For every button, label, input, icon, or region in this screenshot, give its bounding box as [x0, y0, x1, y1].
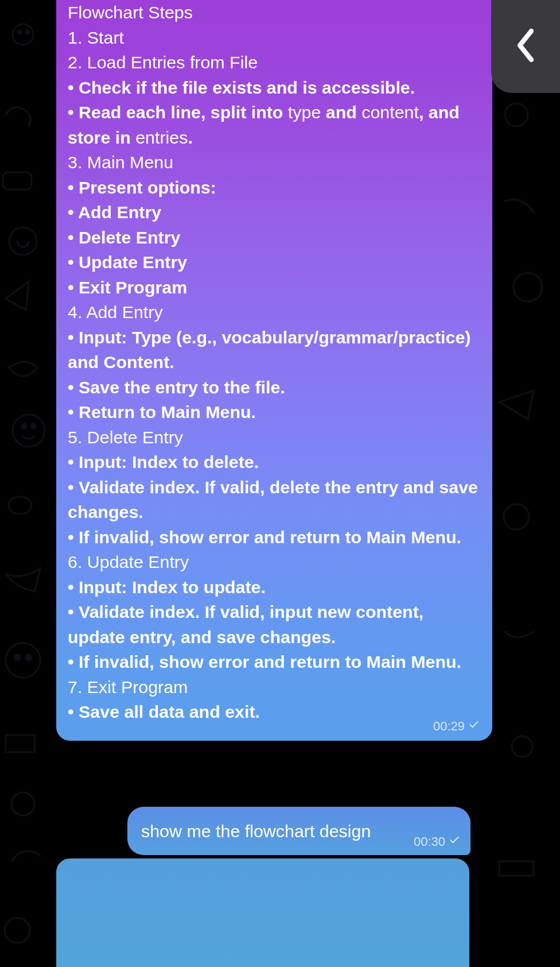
step: Start	[87, 28, 124, 47]
read-check-icon	[449, 834, 460, 849]
bullet: • Input: Index to delete.	[68, 452, 259, 471]
step-num: 1.	[68, 28, 87, 47]
step: Delete Entry	[87, 427, 183, 447]
bullet-part: and	[321, 102, 361, 122]
step-num: 5.	[68, 427, 87, 447]
bullet: • Delete Entry	[68, 227, 180, 247]
bullet: • Present options:	[68, 177, 216, 197]
bullet: • Save all data and exit.	[68, 702, 260, 721]
bullet: • If invalid, show error and return to M…	[68, 652, 461, 671]
message-content: Flowchart Steps 1. Start 2. Load Entries…	[68, 0, 481, 725]
heading: Flowchart Steps	[68, 2, 193, 22]
chevron-left-icon	[514, 28, 537, 65]
outgoing-message-bubble[interactable]: show me the flowchart design 00:30	[127, 807, 470, 855]
bullet-part: • Read each line, split into	[68, 102, 288, 122]
bullet: • Validate index. If valid, input new co…	[68, 602, 423, 647]
bullet: • Check if the file exists and is access…	[68, 78, 415, 97]
bullet: • If invalid, show error and return to M…	[68, 527, 461, 547]
time-text: 00:30	[414, 834, 445, 849]
bullet: • Return to Main Menu.	[68, 402, 256, 421]
incoming-message-bubble[interactable]: Flowchart Steps 1. Start 2. Load Entries…	[56, 0, 492, 741]
step-num: 3.	[68, 152, 87, 172]
read-check-icon	[468, 719, 480, 734]
step: Update Entry	[87, 552, 189, 571]
time-text: 00:29	[433, 719, 465, 734]
step: Add Entry	[86, 302, 162, 322]
outgoing-timestamp: 00:30	[414, 834, 460, 849]
side-panel-tab[interactable]	[491, 0, 560, 93]
bullet: • Input: Index to update.	[68, 577, 266, 597]
bullet: • Save the entry to the file.	[68, 377, 285, 397]
outgoing-message-text: show me the flowchart design	[141, 822, 371, 840]
incoming-message-bubble-partial[interactable]	[56, 858, 469, 967]
chat-container: Flowchart Steps 1. Start 2. Load Entries…	[0, 0, 560, 967]
bullet-part: .	[188, 127, 192, 147]
step-num: 6.	[68, 552, 87, 571]
message-timestamp: 00:29	[433, 719, 480, 734]
step: Exit Program	[87, 677, 188, 697]
code-word: entries	[135, 127, 188, 147]
bullet: • Exit Program	[68, 277, 187, 297]
step-num: 7.	[68, 677, 87, 697]
step-num: 2.	[68, 52, 87, 72]
step: Main Menu	[87, 152, 173, 172]
step-num: 4.	[68, 302, 86, 322]
code-word: content	[361, 102, 419, 122]
bullet: • Add Entry	[68, 202, 161, 222]
bullet: • Update Entry	[68, 252, 187, 272]
bullet: • Validate index. If valid, delete the e…	[68, 477, 478, 522]
bullet: • Input: Type (e.g., vocabulary/grammar/…	[68, 327, 471, 372]
code-word: type	[288, 102, 321, 122]
step: Load Entries from File	[87, 52, 258, 72]
